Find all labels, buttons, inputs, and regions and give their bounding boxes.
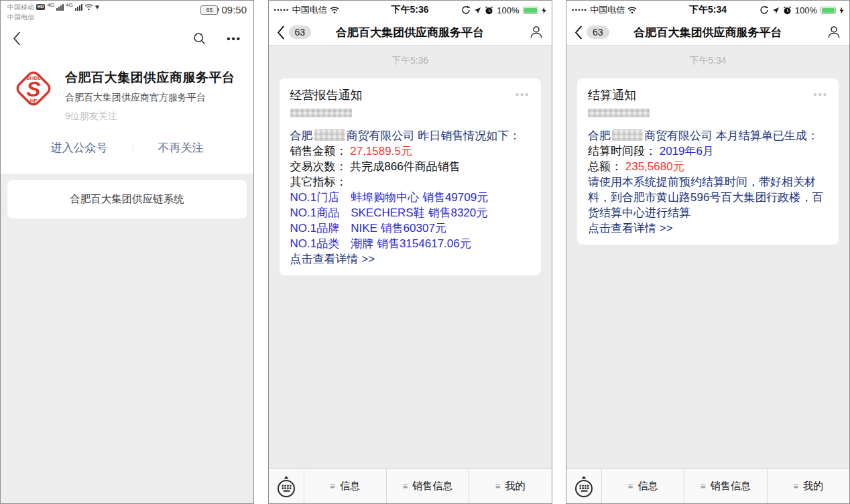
charging-bolt-icon [839, 7, 844, 14]
message-text: NO.1品类 潮牌 销售3154617.06元 [290, 237, 471, 250]
android-nav-bar: ••• [1, 23, 253, 53]
alarm-icon [783, 6, 792, 15]
message-text: 235,5680元 [625, 160, 684, 173]
bottom-menu-bar: ≡ 信息 ≡ 销售信息 ≡ 我的 [566, 468, 849, 503]
status-time: 下午5:34 [689, 4, 727, 16]
message-title: 结算通知 [588, 87, 636, 103]
wifi-icon [627, 7, 637, 14]
message-text: 27,1589.5元 [350, 145, 412, 158]
message-text: 商贸有限公司 本月结算单已生成： [644, 129, 818, 142]
account-description: 合肥百大集团供应商官方服务平台 [65, 92, 235, 104]
carrier-primary: 中国移动 [7, 3, 34, 12]
tab-label: 信息 [340, 480, 360, 493]
location-icon [474, 7, 481, 14]
tab-label: 我的 [803, 480, 823, 493]
enter-account-button[interactable]: 进入公众号 [51, 140, 108, 155]
charging-bolt-icon [542, 7, 546, 14]
phone-middle-report-chat: ••••• 中国电信 下午5:36 100% [268, 0, 552, 504]
clock-time: 09:50 [221, 4, 247, 15]
message-text: 合肥 [290, 129, 313, 142]
ios-status-bar: ••••• 中国电信 下午5:34 100% [566, 1, 849, 19]
tab-info[interactable]: ≡ 信息 [304, 469, 386, 503]
message-line: NO.1门店 蚌埠购物中心 销售49709元 [290, 190, 530, 205]
menu-lines-icon: ≡ [701, 481, 706, 491]
censored-text [290, 109, 352, 117]
back-button[interactable]: 63 [277, 25, 312, 40]
message-text: 销售金额： [290, 145, 351, 158]
message-line: 总额： 235,5680元 [588, 159, 828, 174]
message-line: NO.1品牌 NIKE 销售60307元 [290, 220, 530, 236]
message-header: 经营报告通知 ••• [290, 87, 530, 103]
signal-dots-icon: ••••• [274, 7, 290, 13]
message-header: 结算通知 ••• [588, 87, 828, 103]
message-line: 结算时间段： 2019年6月 [588, 143, 828, 159]
message-card-settlement[interactable]: 结算通知 ••• 合肥商贸有限公司 本月结算单已生成：结算时间段： 2019年6… [577, 78, 839, 245]
account-body: 合肥百大集团供应链系统 [1, 174, 253, 503]
phone-left-account-profile: 中国移动 HD 4G 4G ♥ 中国电信 65 09:50 [0, 0, 254, 504]
supply-chain-system-link[interactable]: 合肥百大集团供应链系统 [7, 180, 247, 218]
message-line: 其它指标： [290, 174, 530, 190]
unread-count-badge: 63 [587, 25, 609, 40]
chat-timestamp: 下午5:34 [566, 55, 849, 67]
message-text: 其它指标： [290, 176, 347, 188]
account-logo: S BHDL HF [13, 68, 54, 123]
battery-indicator: 65 [200, 5, 218, 15]
keyboard-toggle-icon[interactable] [269, 469, 304, 503]
phone-right-settlement-chat: ••••• 中国电信 下午5:34 100% [566, 0, 850, 504]
more-options-icon[interactable]: ••• [813, 87, 828, 101]
status-right-cluster: 65 09:50 [200, 4, 247, 15]
back-icon[interactable] [13, 32, 21, 46]
tab-mine[interactable]: ≡ 我的 [469, 469, 551, 503]
ios-status-bar: ••••• 中国电信 下午5:36 100% [269, 1, 552, 19]
chat-nav-bar: 63 合肥百大集团供应商服务平台 [269, 19, 552, 46]
wifi-icon [84, 4, 93, 11]
message-text: 2019年6月 [660, 145, 714, 158]
search-icon[interactable] [192, 32, 206, 46]
account-name: 合肥百大集团供应商服务平台 [65, 69, 235, 86]
menu-lines-icon: ≡ [403, 481, 408, 491]
tab-sales-info[interactable]: ≡ 销售信息 [684, 469, 766, 503]
view-details-link[interactable]: 点击查看详情 >> [290, 253, 375, 265]
menu-lines-icon: ≡ [495, 481, 501, 491]
followers-count: 9位朋友关注 [65, 111, 235, 123]
view-details-link-line[interactable]: 点击查看详情 >> [290, 251, 530, 267]
unfollow-button[interactable]: 不再关注 [158, 140, 204, 155]
message-body: 合肥商贸有限公司 昨日销售情况如下：销售金额： 27,1589.5元交易次数： … [290, 128, 530, 267]
divider [133, 142, 133, 154]
message-text: NO.1门店 蚌埠购物中心 销售49709元 [290, 191, 489, 204]
person-icon[interactable] [529, 25, 544, 40]
tab-label: 信息 [638, 480, 658, 493]
logo-bottom-text: HF [30, 98, 38, 104]
android-status-bar: 中国移动 HD 4G 4G ♥ 中国电信 65 09:50 [1, 1, 253, 23]
carrier-label: 中国电信 [292, 4, 327, 16]
chat-area: 下午5:36 经营报告通知 ••• 合肥商贸有限公司 昨日销售情况如下：销售金额… [269, 46, 552, 468]
message-card-report[interactable]: 经营报告通知 ••• 合肥商贸有限公司 昨日销售情况如下：销售金额： 27,15… [280, 78, 541, 275]
person-icon[interactable] [827, 25, 841, 40]
back-button[interactable]: 63 [574, 25, 609, 40]
tab-sales-info[interactable]: ≡ 销售信息 [386, 469, 469, 503]
message-body: 合肥商贸有限公司 本月结算单已生成：结算时间段： 2019年6月总额： 235,… [588, 128, 828, 236]
message-text: NO.1品牌 NIKE 销售60307元 [290, 222, 446, 235]
tab-info[interactable]: ≡ 信息 [602, 469, 684, 503]
message-line: 合肥商贸有限公司 昨日销售情况如下： [290, 128, 530, 143]
keyboard-toggle-icon[interactable] [566, 469, 602, 503]
message-text: 合肥 [588, 129, 611, 142]
tab-label: 销售信息 [711, 480, 751, 493]
more-options-icon[interactable]: ••• [515, 87, 530, 101]
hd-badge: HD [36, 4, 45, 10]
chat-timestamp: 下午5:36 [269, 55, 552, 67]
message-text: 总额： [588, 160, 625, 173]
more-options-icon[interactable]: ••• [227, 33, 241, 44]
tab-mine[interactable]: ≡ 我的 [767, 469, 849, 503]
status-left-cluster: ••••• 中国电信 [274, 4, 339, 16]
network-4g-label: 4G [47, 2, 54, 8]
menu-lines-icon: ≡ [794, 481, 799, 491]
chat-area: 下午5:34 结算通知 ••• 合肥商贸有限公司 本月结算单已生成：结算时间段：… [566, 46, 849, 468]
screenshot-composite: 中国移动 HD 4G 4G ♥ 中国电信 65 09:50 [0, 0, 850, 504]
menu-lines-icon: ≡ [330, 481, 335, 491]
status-time: 下午5:36 [391, 4, 428, 16]
view-details-link-line[interactable]: 点击查看详情 >> [588, 220, 828, 236]
account-info: 合肥百大集团供应商服务平台 合肥百大集团供应商官方服务平台 9位朋友关注 [65, 68, 235, 123]
rotation-lock-icon [760, 5, 769, 15]
view-details-link[interactable]: 点击查看详情 >> [588, 222, 673, 235]
